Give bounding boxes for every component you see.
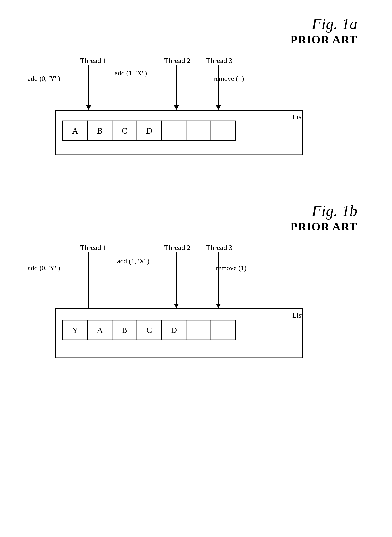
fig1a-prior-art: PRIOR ART xyxy=(20,33,357,46)
fig1a-label: Fig. 1a xyxy=(20,15,357,33)
fig1b-cell-0-text: Y xyxy=(72,326,78,335)
fig1a-title-block: Fig. 1a PRIOR ART xyxy=(20,15,357,46)
fig1a-cell-2-text: C xyxy=(122,126,127,135)
fig1b-cell-5 xyxy=(186,320,211,340)
fig1b-cell-2-text: B xyxy=(122,326,127,335)
fig1b-op-mid: add (1, 'X' ) xyxy=(117,257,149,265)
fig1b-prior-art: PRIOR ART xyxy=(20,220,357,233)
fig1b-cell-6 xyxy=(211,320,236,340)
fig1a-thread1-label: Thread 1 xyxy=(80,56,106,64)
fig1b-diagram: Thread 1 Thread 2 Thread 3 add (0, 'Y' )… xyxy=(23,241,369,384)
fig1a-thread2-arrow xyxy=(174,105,179,110)
fig1b-title-block: Fig. 1b PRIOR ART xyxy=(20,202,357,233)
fig1a-cell-1-text: B xyxy=(97,126,103,135)
fig1b-op-left: add (0, 'Y' ) xyxy=(28,264,60,272)
fig1b-label: Fig. 1b xyxy=(20,202,357,220)
fig1a-list-label: List xyxy=(292,113,303,121)
fig1b-cell-3-text: C xyxy=(146,326,152,335)
fig1a-op-right: remove (1) xyxy=(213,75,244,82)
fig1a-cell-6 xyxy=(211,121,236,141)
figure-1b-section: Fig. 1b PRIOR ART Thread 1 Thread 2 Thre… xyxy=(20,202,372,384)
fig1a-thread1-arrow xyxy=(86,105,91,110)
fig1a-diagram: Thread 1 Thread 2 Thread 3 add (0, 'Y' )… xyxy=(23,54,369,182)
fig1b-thread2-label: Thread 2 xyxy=(164,243,190,251)
figure-1a-section: Fig. 1a PRIOR ART Thread 1 Thread 2 Thre… xyxy=(20,15,372,182)
fig1b-cell-4-text: D xyxy=(171,326,177,335)
fig1b-cell-1-text: A xyxy=(97,326,103,335)
fig1b-thread3-label: Thread 3 xyxy=(206,243,232,251)
fig1a-cell-4 xyxy=(162,121,186,141)
fig1b-thread3-arrow xyxy=(216,304,221,308)
fig1a-cell-3-text: D xyxy=(146,126,152,135)
fig1a-op-mid: add (1, 'X' ) xyxy=(115,69,147,77)
page: Fig. 1a PRIOR ART Thread 1 Thread 2 Thre… xyxy=(0,0,392,537)
fig1b-thread1-label: Thread 1 xyxy=(80,243,106,251)
fig1b-list-label: List xyxy=(292,311,303,319)
fig1a-op-left: add (0, 'Y' ) xyxy=(28,75,60,82)
fig1a-thread3-label: Thread 3 xyxy=(206,56,232,64)
fig1a-cell-5 xyxy=(186,121,211,141)
fig1a-cell-0-text: A xyxy=(72,126,78,135)
fig1a-thread3-arrow xyxy=(216,105,221,110)
fig1b-op-right: remove (1) xyxy=(216,264,247,272)
fig1b-thread2-arrow xyxy=(174,304,179,308)
fig1a-thread2-label: Thread 2 xyxy=(164,56,190,64)
